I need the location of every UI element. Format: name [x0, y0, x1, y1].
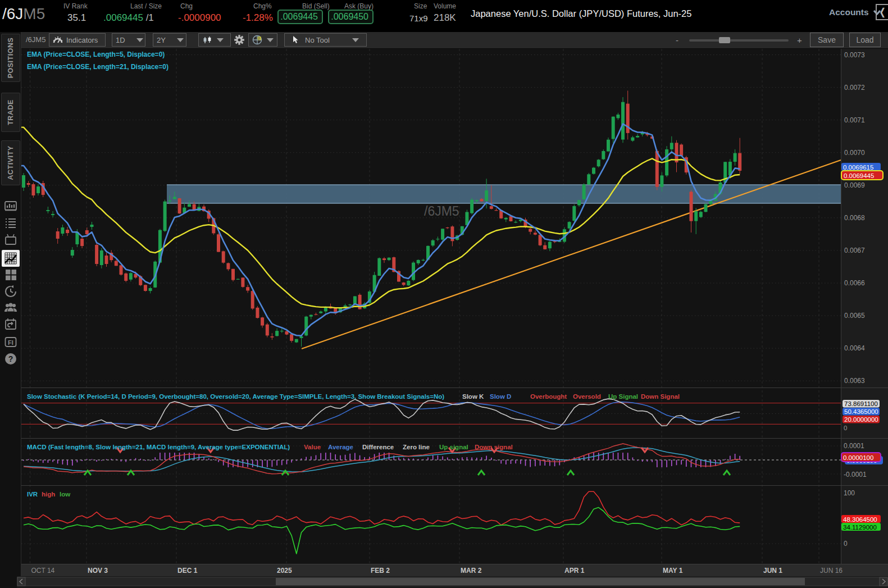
- svg-text:low: low: [60, 491, 70, 498]
- svg-text:48.3064500: 48.3064500: [843, 516, 877, 523]
- svg-text:Slow K: Slow K: [462, 393, 484, 400]
- svg-text:20.0000000: 20.0000000: [844, 416, 878, 423]
- svg-text:0.0063: 0.0063: [844, 377, 865, 385]
- svg-text:0.0000100: 0.0000100: [843, 454, 873, 461]
- svg-text:Slow D: Slow D: [490, 393, 511, 400]
- svg-text:0.0069: 0.0069: [844, 181, 865, 189]
- svg-text:0: 0: [844, 425, 847, 431]
- svg-text:Zero line: Zero line: [403, 444, 430, 450]
- svg-text:APR 1: APR 1: [564, 567, 585, 575]
- svg-text:MAR 2: MAR 2: [461, 567, 482, 575]
- svg-text:JUN 1: JUN 1: [763, 567, 782, 575]
- svg-text:EMA (Price=CLOSE, Length=21, D: EMA (Price=CLOSE, Length=21, Displace=0): [27, 63, 169, 71]
- svg-text:0.0069615: 0.0069615: [843, 164, 873, 171]
- svg-text:0: 0: [844, 540, 848, 548]
- svg-text:0.0068: 0.0068: [844, 214, 865, 222]
- svg-text:50.4365000: 50.4365000: [844, 408, 878, 415]
- svg-text:Up Signal: Up Signal: [608, 393, 638, 400]
- svg-text:Value: Value: [304, 444, 321, 450]
- svg-text:OCT 14: OCT 14: [31, 567, 55, 575]
- svg-text:FEB 2: FEB 2: [371, 567, 390, 575]
- svg-text:MAY 1: MAY 1: [663, 567, 683, 575]
- svg-text:0.0072: 0.0072: [844, 84, 865, 92]
- svg-text:0.0065: 0.0065: [844, 312, 865, 320]
- svg-text:Down signal: Down signal: [475, 444, 513, 450]
- svg-text:-0.0001: -0.0001: [844, 471, 867, 478]
- svg-text:0.0001: 0.0001: [844, 442, 864, 450]
- svg-text:34.1129000: 34.1129000: [843, 524, 877, 531]
- svg-text:IVR: IVR: [27, 491, 38, 498]
- svg-text:Up signal: Up signal: [439, 444, 468, 450]
- svg-text:0.0064: 0.0064: [844, 344, 865, 352]
- svg-text:0.0070: 0.0070: [844, 149, 865, 157]
- svg-text:JUN 16: JUN 16: [820, 567, 843, 575]
- svg-text:Down Signal: Down Signal: [641, 393, 680, 400]
- svg-text:/6JM5: /6JM5: [424, 204, 459, 218]
- svg-text:NOV 3: NOV 3: [88, 567, 108, 575]
- svg-text:100: 100: [844, 489, 855, 497]
- svg-text:Slow Stochastic (K Period=14,: Slow Stochastic (K Period=14, D Period=9…: [27, 393, 444, 400]
- svg-text:0.0071: 0.0071: [844, 116, 865, 124]
- svg-text:DEC 1: DEC 1: [177, 567, 198, 575]
- svg-text:2025: 2025: [277, 567, 292, 575]
- svg-text:0.0069445: 0.0069445: [844, 172, 874, 179]
- svg-text:0.0073: 0.0073: [844, 51, 865, 59]
- svg-text:Average: Average: [328, 444, 353, 450]
- svg-text:0.0067: 0.0067: [844, 247, 865, 254]
- svg-text:high: high: [42, 491, 55, 498]
- svg-text:Overbought: Overbought: [530, 393, 567, 400]
- svg-text:Difference: Difference: [362, 444, 394, 450]
- svg-text:EMA (Price=CLOSE, Length=5, Di: EMA (Price=CLOSE, Length=5, Displace=0): [27, 51, 165, 58]
- svg-text:73.8691100: 73.8691100: [844, 400, 878, 407]
- svg-text:Oversold: Oversold: [573, 393, 601, 400]
- svg-text:0.0066: 0.0066: [844, 279, 865, 287]
- svg-text:MACD (Fast length=8, Slow leng: MACD (Fast length=8, Slow length=21, MAC…: [27, 444, 290, 450]
